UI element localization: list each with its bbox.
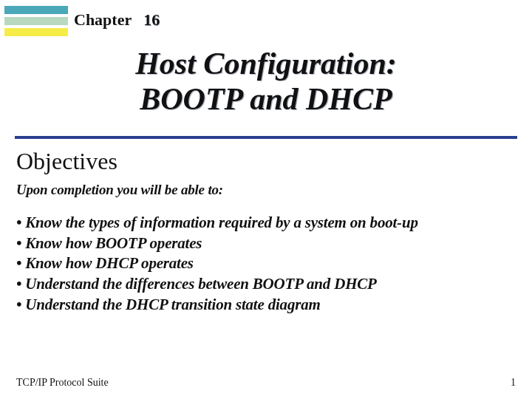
slide-title: Host Configuration: BOOTP and DHCP bbox=[0, 46, 532, 117]
list-item: • Know the types of information required… bbox=[16, 213, 418, 233]
decorative-bars bbox=[4, 6, 68, 36]
bullet-text: Know how DHCP operates bbox=[25, 254, 194, 272]
divider-line bbox=[15, 136, 517, 139]
objectives-bullets: • Know the types of information required… bbox=[16, 213, 418, 316]
footer-page-number: 1 bbox=[511, 377, 516, 389]
bullet-text: Know how BOOTP operates bbox=[25, 234, 202, 252]
chapter-label: Chapter bbox=[74, 10, 132, 29]
chapter-number: 16 bbox=[143, 10, 160, 29]
objectives-subheading: Upon completion you will be able to: bbox=[16, 182, 223, 198]
bullet-text: Know the types of information required b… bbox=[25, 214, 418, 231]
bullet-text: Understand the DHCP transition state dia… bbox=[25, 296, 320, 313]
bar-green bbox=[4, 17, 68, 25]
bar-yellow bbox=[4, 28, 68, 36]
title-line-1: Host Configuration: bbox=[0, 46, 532, 81]
bar-cyan bbox=[4, 6, 68, 14]
title-line-2: BOOTP and DHCP bbox=[0, 81, 532, 117]
bullet-text: Understand the differences between BOOTP… bbox=[25, 275, 377, 293]
chapter-label-line: Chapter 16 bbox=[74, 10, 160, 30]
footer-left: TCP/IP Protocol Suite bbox=[16, 377, 109, 389]
list-item: • Understand the differences between BOO… bbox=[16, 274, 418, 295]
list-item: • Understand the DHCP transition state d… bbox=[16, 295, 418, 316]
objectives-heading: Objectives bbox=[16, 148, 117, 175]
list-item: • Know how DHCP operates bbox=[16, 253, 418, 274]
list-item: • Know how BOOTP operates bbox=[16, 233, 418, 254]
